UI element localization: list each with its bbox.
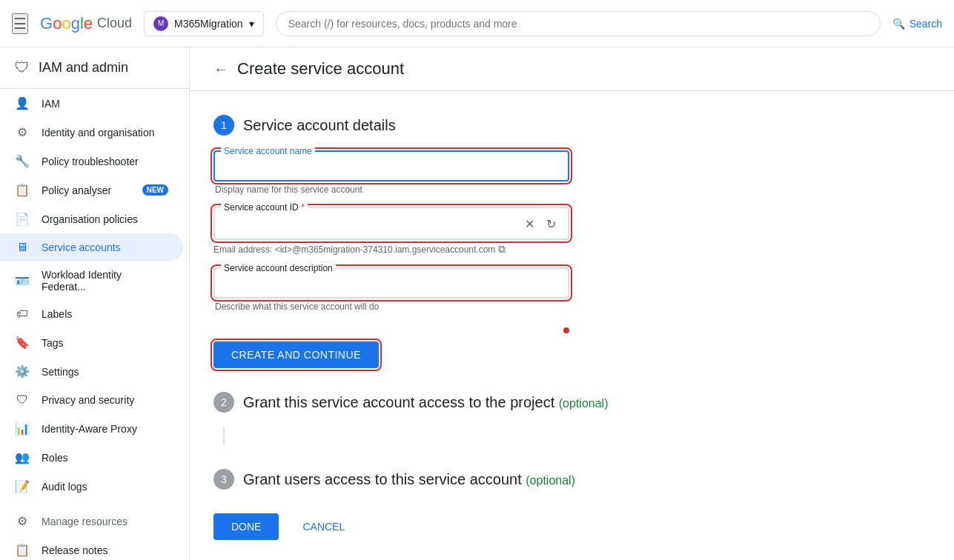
- sidebar-item-label: Policy troubleshooter: [42, 156, 168, 167]
- sidebar-item-workload-identity[interactable]: 🪪 Workload Identity Federat...: [0, 261, 183, 300]
- service-account-description-group: Service account description Describe wha…: [213, 267, 833, 312]
- sidebar-item-roles[interactable]: 👥 Roles: [0, 443, 183, 472]
- sidebar-item-policy-troubleshooter[interactable]: 🔧 Policy troubleshooter: [0, 147, 183, 176]
- workload-icon: 🪪: [15, 274, 30, 288]
- service-account-description-input[interactable]: [224, 275, 559, 293]
- search-icon: 🔍: [892, 18, 905, 30]
- release-notes-icon: 📋: [15, 543, 30, 557]
- service-account-name-input[interactable]: [224, 158, 559, 176]
- search-button[interactable]: 🔍 Search: [892, 18, 942, 30]
- sidebar-item-identity[interactable]: ⚙ Identity and organisation: [0, 118, 183, 147]
- copy-icon[interactable]: ⧉: [498, 243, 506, 256]
- labels-icon: 🏷: [15, 307, 30, 321]
- sidebar-header: 🛡 IAM and admin: [0, 47, 189, 89]
- sidebar-item-label: Tags: [42, 337, 168, 349]
- google-cloud-logo: Google Cloud: [40, 14, 132, 33]
- content-area: ← Create service account 1 Service accou…: [190, 47, 954, 560]
- policy-trouble-icon: 🔧: [15, 154, 30, 168]
- sidebar-item-policy-analyser[interactable]: 📋 Policy analyser NEW: [0, 176, 183, 204]
- chevron-down-icon: ▾: [249, 18, 254, 30]
- sidebar-item-tags[interactable]: 🔖 Tags: [0, 328, 183, 357]
- iam-icon: 👤: [15, 96, 30, 110]
- project-icon: M: [153, 16, 168, 31]
- step3-title: Grant users access to this service accou…: [243, 471, 575, 488]
- step3-header: 3 Grant users access to this service acc…: [213, 469, 833, 490]
- id-field-row: ✕ ↻: [224, 214, 559, 234]
- sidebar-item-service-accounts[interactable]: 🖥 Service accounts: [0, 233, 183, 261]
- step2-header: 2 Grant this service account access to t…: [213, 392, 833, 413]
- sidebar-item-audit-logs[interactable]: 📝 Audit logs: [0, 472, 183, 501]
- privacy-icon: 🛡: [15, 393, 30, 407]
- sidebar-item-label: Organisation policies: [42, 213, 168, 225]
- name-field-label: Service account name: [221, 146, 315, 156]
- service-account-id-input[interactable]: [224, 216, 516, 233]
- sidebar-item-settings[interactable]: ⚙️ Settings: [0, 357, 183, 386]
- step2-section: 2 Grant this service account access to t…: [213, 392, 833, 445]
- description-hint: Describe what this service account will …: [213, 301, 833, 312]
- sidebar-item-privacy-security[interactable]: 🛡 Privacy and security: [0, 386, 183, 414]
- search-bar[interactable]: [276, 11, 881, 36]
- service-account-name-group: Service account name Display name for th…: [213, 150, 833, 195]
- sidebar-item-manage-resources[interactable]: ⚙ Manage resources: [0, 507, 183, 536]
- sidebar-item-identity-aware-proxy[interactable]: 📊 Identity-Aware Proxy: [0, 414, 183, 443]
- step2-title: Grant this service account access to the…: [243, 394, 608, 411]
- sidebar-item-labels[interactable]: 🏷 Labels: [0, 300, 183, 328]
- project-name: M365Migration: [174, 18, 243, 30]
- cancel-button[interactable]: CANCEL: [285, 513, 362, 540]
- step3-section: 3 Grant users access to this service acc…: [213, 469, 833, 490]
- description-wrapper: Service account description: [213, 267, 569, 299]
- sidebar-item-label: Identity and organisation: [42, 127, 168, 139]
- done-button[interactable]: DONE: [213, 513, 279, 540]
- shield-icon: 🛡: [15, 59, 30, 76]
- sidebar-item-label: Workload Identity Federat...: [42, 269, 168, 293]
- sidebar-item-label: Manage resources: [42, 516, 168, 527]
- validation-indicator: [563, 327, 569, 333]
- iap-icon: 📊: [15, 421, 30, 436]
- step1-title: Service account details: [243, 117, 396, 134]
- name-field-hint: Display name for this service account: [213, 184, 833, 195]
- bottom-actions: DONE CANCEL: [213, 513, 833, 540]
- tags-icon: 🔖: [15, 336, 30, 350]
- page-title: Create service account: [237, 59, 404, 79]
- sidebar-item-label: Service accounts: [42, 241, 168, 253]
- service-account-id-group: Service account ID * ✕ ↻ Email address: …: [213, 207, 833, 256]
- form-content: 1 Service account details Service accoun…: [190, 91, 857, 560]
- sidebar-item-label: Audit logs: [42, 481, 168, 493]
- search-input[interactable]: [288, 18, 868, 30]
- org-policies-icon: 📄: [15, 212, 30, 226]
- project-selector[interactable]: M M365Migration ▾: [144, 11, 264, 36]
- clear-id-button[interactable]: ✕: [522, 214, 537, 234]
- identity-icon: ⚙: [15, 125, 30, 139]
- sidebar-item-org-policies[interactable]: 📄 Organisation policies: [0, 204, 183, 233]
- sidebar-item-iam[interactable]: 👤 IAM: [0, 89, 183, 118]
- sidebar-item-release-notes[interactable]: 📋 Release notes: [0, 536, 183, 560]
- topbar: ☰ Google Cloud M M365Migration ▾ 🔍 Searc…: [0, 0, 954, 47]
- create-and-continue-button[interactable]: CREATE AND CONTINUE: [213, 341, 379, 368]
- manage-icon: ⚙: [15, 514, 30, 528]
- settings-icon: ⚙️: [15, 364, 30, 379]
- new-badge: NEW: [142, 184, 168, 196]
- service-account-name-wrapper: Service account name: [213, 150, 569, 181]
- service-accounts-icon: 🖥: [15, 241, 30, 254]
- refresh-id-button[interactable]: ↻: [543, 214, 559, 234]
- cloud-label: Cloud: [97, 16, 132, 31]
- policy-analyser-icon: 📋: [15, 183, 30, 197]
- sidebar: 🛡 IAM and admin 👤 IAM ⚙ Identity and org…: [0, 47, 190, 560]
- service-account-id-wrapper: Service account ID * ✕ ↻: [213, 207, 569, 240]
- sidebar-item-label: Release notes: [42, 544, 168, 556]
- sidebar-item-label: Roles: [42, 452, 168, 464]
- step1-number: 1: [213, 115, 234, 136]
- audit-icon: 📝: [15, 479, 30, 493]
- page-header: ← Create service account: [190, 47, 954, 91]
- step1-header: 1 Service account details: [213, 115, 833, 136]
- step3-number: 3: [213, 469, 234, 490]
- menu-icon[interactable]: ☰: [12, 13, 28, 34]
- sidebar-item-label: Privacy and security: [42, 394, 168, 406]
- step1-section: 1 Service account details Service accoun…: [213, 115, 833, 368]
- sidebar-item-label: Identity-Aware Proxy: [42, 423, 168, 435]
- id-field-label: Service account ID *: [221, 202, 308, 213]
- sidebar-item-label: Policy analyser: [42, 184, 130, 196]
- sidebar-item-label: IAM: [42, 98, 168, 110]
- back-button[interactable]: ←: [213, 61, 228, 78]
- roles-icon: 👥: [15, 450, 30, 464]
